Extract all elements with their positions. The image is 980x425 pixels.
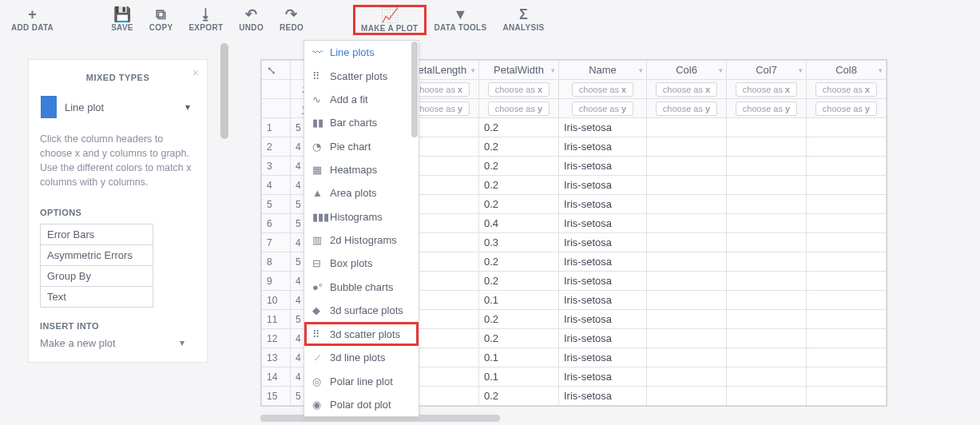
data-tools-button[interactable]: ▼ DATA TOOLS bbox=[427, 5, 495, 34]
row-number[interactable]: 13 bbox=[262, 348, 291, 367]
dropdown-item-3d-line-plots[interactable]: ⟋3d line plots bbox=[304, 346, 419, 369]
cell-col7[interactable] bbox=[727, 195, 807, 214]
option-asymmetric-errors[interactable]: Asymmetric Errors bbox=[40, 244, 153, 266]
cell-col7[interactable] bbox=[727, 233, 807, 252]
cell-name[interactable]: Iris-setosa bbox=[559, 233, 647, 252]
cell-petalwidth[interactable]: 0.3 bbox=[479, 233, 559, 252]
col-header-col7[interactable]: Col7▾ bbox=[727, 61, 807, 80]
cell-col8[interactable] bbox=[807, 272, 887, 291]
cell-name[interactable]: Iris-setosa bbox=[559, 137, 647, 157]
cell-petalwidth[interactable]: 0.2 bbox=[479, 137, 559, 157]
insert-into-select[interactable]: Make a new plot ▾ bbox=[40, 337, 196, 349]
col-header-petalwidth[interactable]: PetalWidth▾ bbox=[479, 61, 559, 80]
cell-col7[interactable] bbox=[727, 176, 807, 195]
cell-name[interactable]: Iris-setosa bbox=[559, 310, 647, 329]
row-number[interactable]: 7 bbox=[262, 233, 291, 252]
cell-col8[interactable] bbox=[807, 195, 887, 214]
cell-petalwidth[interactable]: 0.2 bbox=[479, 310, 559, 329]
cell-col6[interactable] bbox=[647, 233, 727, 252]
cell-col6[interactable] bbox=[647, 118, 727, 137]
cell-col7[interactable] bbox=[727, 367, 807, 387]
dropdown-item-2d-histograms[interactable]: ▥2d Histograms bbox=[304, 228, 419, 252]
cell-col8[interactable] bbox=[807, 137, 887, 157]
cell-name[interactable]: Iris-setosa bbox=[559, 291, 647, 310]
dropdown-item-scatter-plots[interactable]: ⠿Scatter plots bbox=[304, 64, 419, 87]
cell-petalwidth[interactable]: 0.1 bbox=[479, 367, 559, 387]
option-error-bars[interactable]: Error Bars bbox=[40, 224, 153, 245]
plot-type-select[interactable]: Line plot ▾ bbox=[40, 93, 196, 121]
cell-name[interactable]: Iris-setosa bbox=[559, 195, 647, 214]
cell-col7[interactable] bbox=[727, 291, 807, 310]
choose-as-x-button[interactable]: choose as x bbox=[815, 82, 877, 97]
cell-col6[interactable] bbox=[647, 310, 727, 329]
row-number[interactable]: 9 bbox=[262, 272, 291, 291]
add-data-button[interactable]: + ADD DATA bbox=[3, 5, 61, 34]
dropdown-item-box-plots[interactable]: ⊟Box plots bbox=[304, 252, 419, 275]
corner-expand[interactable]: ⤡ bbox=[262, 61, 291, 80]
dropdown-item-bubble-charts[interactable]: ●°Bubble charts bbox=[304, 275, 419, 298]
choose-as-x-button[interactable]: choose as x bbox=[488, 82, 550, 97]
option-text[interactable]: Text bbox=[40, 286, 153, 308]
dropdown-item-polar-dot-plot[interactable]: ◉Polar dot plot bbox=[304, 393, 419, 416]
cell-col8[interactable] bbox=[807, 329, 887, 348]
cell-col6[interactable] bbox=[647, 329, 727, 348]
dropdown-item-area-plots[interactable]: ▲Area plots bbox=[304, 181, 419, 205]
cell-col7[interactable] bbox=[727, 252, 807, 272]
choose-as-y-button[interactable]: choose as y bbox=[488, 101, 550, 116]
make-a-plot-button[interactable]: 📈 MAKE A PLOT bbox=[353, 5, 426, 35]
cell-petalwidth[interactable]: 0.2 bbox=[479, 272, 559, 291]
cell-col6[interactable] bbox=[647, 137, 727, 157]
cell-col7[interactable] bbox=[727, 118, 807, 137]
choose-as-y-button[interactable]: choose as y bbox=[815, 101, 877, 116]
cell-col6[interactable] bbox=[647, 291, 727, 310]
dropdown-item-bar-charts[interactable]: ▮▮Bar charts bbox=[304, 111, 419, 134]
cell-col8[interactable] bbox=[807, 118, 887, 137]
row-number[interactable]: 1 bbox=[262, 118, 291, 137]
cell-name[interactable]: Iris-setosa bbox=[559, 252, 647, 272]
cell-name[interactable]: Iris-setosa bbox=[559, 118, 647, 137]
cell-petalwidth[interactable]: 0.4 bbox=[479, 214, 559, 233]
choose-as-x-button[interactable]: choose as x bbox=[572, 82, 633, 97]
dropdown-item-heatmaps[interactable]: ▦Heatmaps bbox=[304, 158, 419, 181]
dropdown-item-add-a-fit[interactable]: ∿Add a fit bbox=[304, 88, 419, 111]
cell-col7[interactable] bbox=[727, 329, 807, 348]
cell-col8[interactable] bbox=[807, 176, 887, 195]
cell-col7[interactable] bbox=[727, 214, 807, 233]
choose-as-y-button[interactable]: choose as y bbox=[656, 101, 717, 116]
dropdown-item-histograms[interactable]: ▮▮▮Histograms bbox=[304, 205, 419, 228]
cell-col8[interactable] bbox=[807, 348, 887, 367]
cell-col6[interactable] bbox=[647, 176, 727, 195]
cell-petalwidth[interactable]: 0.1 bbox=[479, 348, 559, 367]
left-scrollbar[interactable] bbox=[220, 43, 228, 139]
cell-name[interactable]: Iris-setosa bbox=[559, 367, 647, 387]
close-icon[interactable]: × bbox=[192, 66, 199, 79]
cell-name[interactable]: Iris-setosa bbox=[559, 176, 647, 195]
cell-petalwidth[interactable]: 0.2 bbox=[479, 195, 559, 214]
cell-petalwidth[interactable]: 0.1 bbox=[479, 291, 559, 310]
cell-col6[interactable] bbox=[647, 252, 727, 272]
cell-col8[interactable] bbox=[807, 157, 887, 176]
row-number[interactable]: 15 bbox=[262, 387, 291, 406]
cell-col8[interactable] bbox=[807, 214, 887, 233]
row-number[interactable]: 11 bbox=[262, 310, 291, 329]
dropdown-item-line-plots[interactable]: 〰Line plots bbox=[304, 41, 419, 64]
cell-col7[interactable] bbox=[727, 137, 807, 157]
undo-button[interactable]: ↶ UNDO bbox=[231, 5, 272, 34]
row-number[interactable]: 2 bbox=[262, 137, 291, 157]
cell-name[interactable]: Iris-setosa bbox=[559, 387, 647, 406]
row-number[interactable]: 8 bbox=[262, 252, 291, 272]
cell-petalwidth[interactable]: 0.2 bbox=[479, 176, 559, 195]
cell-name[interactable]: Iris-setosa bbox=[559, 348, 647, 367]
cell-col6[interactable] bbox=[647, 272, 727, 291]
cell-name[interactable]: Iris-setosa bbox=[559, 157, 647, 176]
row-number[interactable]: 12 bbox=[262, 329, 291, 348]
save-button[interactable]: 💾 SAVE bbox=[103, 5, 141, 34]
cell-col6[interactable] bbox=[647, 367, 727, 387]
cell-name[interactable]: Iris-setosa bbox=[559, 214, 647, 233]
cell-col7[interactable] bbox=[727, 348, 807, 367]
cell-petalwidth[interactable]: 0.2 bbox=[479, 329, 559, 348]
choose-as-x-button[interactable]: choose as x bbox=[656, 82, 717, 97]
row-number[interactable]: 3 bbox=[262, 157, 291, 176]
row-number[interactable]: 6 bbox=[262, 214, 291, 233]
cell-petalwidth[interactable]: 0.2 bbox=[479, 118, 559, 137]
